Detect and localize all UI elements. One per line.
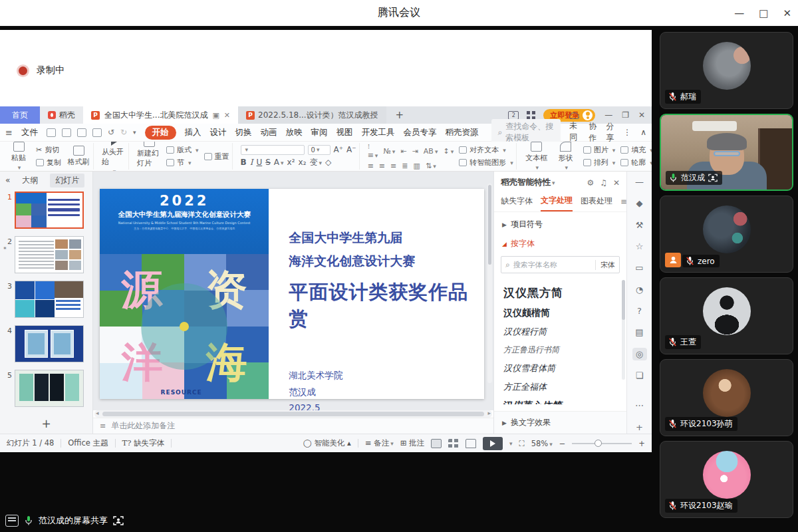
beautify-button[interactable]: ◯ 智能美化 ▴ <box>303 438 351 448</box>
slide-thumbnail-2[interactable] <box>15 236 84 273</box>
textbox-button[interactable]: 文本框 <box>525 142 549 171</box>
bullet-section-toggle[interactable]: ▶ 项目符号 <box>494 212 626 231</box>
menu-devtools[interactable]: 开发工具 <box>362 127 395 138</box>
menu-slideshow[interactable]: 放映 <box>286 127 303 138</box>
participant-tile-speaking[interactable]: 范汉成 <box>660 114 793 191</box>
menu-design[interactable]: 设计 <box>210 127 227 138</box>
missing-fonts-button[interactable]: T? 缺失字体 <box>122 438 165 448</box>
tab-docer[interactable]: 稻壳 <box>40 106 83 124</box>
align-right-icon[interactable]: ≡ <box>390 162 396 170</box>
tab-document-active[interactable]: P 全国大中学生...北美院范汉成 ▣ ✕ <box>83 106 238 124</box>
panel-tab-text[interactable]: 文字处理 <box>541 195 573 211</box>
panel-tab-missing-fonts[interactable]: 缺失字体 <box>501 196 533 211</box>
new-slide-button[interactable]: 新建幻灯片 <box>137 142 161 172</box>
font-color-button[interactable]: A <box>274 158 284 167</box>
bell-icon[interactable]: ♫ <box>600 178 607 188</box>
picture-button[interactable]: 图片 <box>583 145 616 155</box>
menu-start[interactable]: 开始 <box>145 126 176 140</box>
arrange-button[interactable]: 排列 <box>583 158 616 168</box>
play-from-start-button[interactable]: 从头开始 <box>102 142 126 172</box>
font-item[interactable]: 汉仪程行简 <box>503 326 626 338</box>
minimize-icon[interactable]: — <box>734 7 744 19</box>
bullets-button[interactable]: ⁝≡ <box>368 142 378 160</box>
preview-icon[interactable] <box>92 128 102 137</box>
panel-close-icon[interactable]: ✕ <box>613 178 620 188</box>
align-text-button[interactable]: 对齐文本 <box>459 145 513 155</box>
tab-close-icon[interactable]: ✕ <box>224 111 230 120</box>
menu-transition[interactable]: 切换 <box>235 127 252 138</box>
indent-icon[interactable]: ⇥ <box>412 147 418 156</box>
slide-thumbnail-4[interactable] <box>15 325 84 362</box>
font-search-box[interactable]: ⌕ 宋体 <box>501 256 620 273</box>
outdent-icon[interactable]: ⇤ <box>400 147 406 156</box>
participant-tile[interactable]: 环设2103赵瑜 <box>660 441 793 518</box>
font-item[interactable]: 方正鲁迅行书简 <box>503 344 626 356</box>
add-slide-button[interactable]: + <box>0 414 92 434</box>
font-filter-select[interactable]: 宋体 <box>595 260 615 270</box>
redo-icon[interactable]: ↻ <box>120 128 127 137</box>
reset-button[interactable]: 重置 <box>204 152 229 162</box>
text-effect-button[interactable]: 变 <box>309 157 322 168</box>
font-name-select[interactable] <box>241 145 305 155</box>
text-effect-section-toggle[interactable]: ▶ 换文字效果 <box>494 411 626 434</box>
participant-tile[interactable]: 王萱 <box>660 277 793 354</box>
underline-button[interactable]: U <box>256 158 262 167</box>
row-spacing-icon[interactable]: ⇅ <box>426 162 436 170</box>
window-split-icon[interactable]: 2 <box>508 111 519 120</box>
slide-thumbnail-3[interactable] <box>15 281 84 318</box>
maximize-icon[interactable]: □ <box>759 7 768 19</box>
tab-pin-icon[interactable]: ▣ <box>212 111 219 120</box>
smart-panel-title[interactable]: 稻壳智能特性 <box>501 177 555 188</box>
panel-tab-chart[interactable]: 图表处理 <box>581 196 612 211</box>
gear-icon[interactable]: ⚙ <box>587 178 594 188</box>
current-slide[interactable]: 2022 全国大中学生第九届海洋文化创意设计大赛 National Univer… <box>100 189 484 399</box>
participant-tile[interactable]: 环设2103孙萌 <box>660 359 793 436</box>
screen-share-banner[interactable]: 范汉成的屏幕共享 <box>5 515 124 527</box>
menu-review[interactable]: 审阅 <box>311 127 328 138</box>
subscript-button[interactable]: x₂ <box>299 158 307 167</box>
participant-tile[interactable]: zero <box>660 196 793 273</box>
rail-collapse-icon[interactable]: — <box>632 176 647 188</box>
menu-view[interactable]: 视图 <box>336 127 353 138</box>
tab-document-2[interactable]: P 2022.5.18...设计类）范汉成教授 <box>238 106 386 124</box>
tab-outline[interactable]: 大纲 <box>19 174 41 188</box>
hamburger-icon[interactable]: ≡ <box>5 128 13 138</box>
font-item[interactable]: 方正全福体 <box>503 381 626 393</box>
more-menu-icon[interactable]: ⋮ <box>623 128 631 137</box>
tab-slides[interactable]: 幻灯片 <box>50 174 84 188</box>
menu-member[interactable]: 会员专享 <box>404 127 437 138</box>
zoom-out-icon[interactable]: − <box>559 439 566 448</box>
paste-button[interactable]: 粘贴 <box>7 142 31 171</box>
fit-slide-icon[interactable]: ⛶ <box>519 439 525 448</box>
slideshow-play-button[interactable] <box>483 437 503 450</box>
share-button[interactable]: 分享 <box>606 121 614 144</box>
font-item[interactable]: 汉仪菱心体简 <box>503 400 626 404</box>
play-dropdown-icon[interactable]: ▾ <box>509 440 513 447</box>
slide-thumbnail-1[interactable] <box>15 192 84 229</box>
font-search-input[interactable] <box>513 261 592 269</box>
undo-icon[interactable]: ↺ <box>108 128 114 137</box>
rail-card-icon[interactable]: ▤ <box>632 326 647 338</box>
font-size-select[interactable]: 0 <box>308 145 331 155</box>
font-section-toggle[interactable]: ◢ 按字体 <box>494 231 626 251</box>
comments-button[interactable]: ⊞ 批注 <box>400 438 424 448</box>
collapse-panel-icon[interactable]: « <box>5 176 10 185</box>
fill-button[interactable]: 填充 <box>620 145 652 155</box>
reading-view-icon[interactable] <box>466 439 476 448</box>
zoom-in-icon[interactable]: + <box>638 439 645 448</box>
rail-docer-icon[interactable]: ◆ <box>632 197 647 209</box>
collapse-ribbon-icon[interactable]: ∧ <box>640 128 646 137</box>
columns-icon[interactable]: ▥ <box>414 162 420 170</box>
shape-button[interactable]: 形状 <box>554 142 578 171</box>
section-button[interactable]: 节 <box>166 158 199 168</box>
layout-button[interactable]: 版式 <box>166 145 199 155</box>
rail-settings-icon[interactable]: ⚒ <box>632 219 647 231</box>
menu-docer-resource[interactable]: 稻壳资源 <box>446 127 479 138</box>
menu-animation[interactable]: 动画 <box>261 127 277 138</box>
rail-add-icon[interactable]: + <box>632 421 647 434</box>
new-tab-button[interactable]: + <box>386 106 414 124</box>
copy-button[interactable]: 复制 <box>36 158 61 168</box>
smart-graphic-button[interactable]: 转智能图形 <box>459 158 513 168</box>
bold-button[interactable]: B <box>241 158 247 167</box>
justify-icon[interactable]: ≣ <box>402 162 408 170</box>
